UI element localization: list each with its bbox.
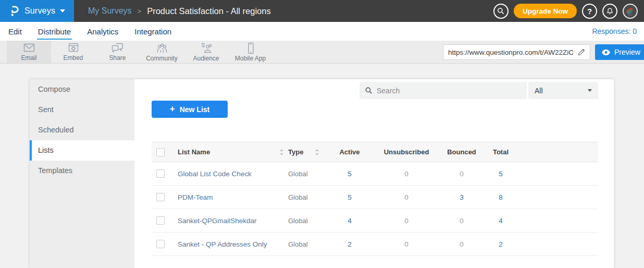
active-count[interactable]: 5 — [324, 186, 376, 209]
total-count[interactable]: 8 — [486, 186, 515, 209]
bounced-count: 0 — [437, 233, 486, 256]
channel-mobile-app[interactable]: Mobile App — [228, 41, 273, 63]
channel-label: Community — [146, 55, 178, 62]
select-all-checkbox[interactable] — [156, 148, 165, 156]
column-list-name[interactable]: List Name — [178, 148, 210, 156]
list-type: Global — [288, 186, 324, 209]
new-list-button[interactable]: + New List — [152, 101, 228, 118]
active-count[interactable]: 2 — [324, 233, 376, 256]
channel-share[interactable]: Share — [95, 41, 140, 63]
channel-label: Audience — [193, 55, 219, 62]
question-mark-icon: ? — [587, 7, 592, 16]
email-lists-table: List Name Type — [152, 142, 598, 256]
list-name-link[interactable]: Global List Code Check — [178, 162, 288, 186]
list-type: Global — [288, 162, 324, 186]
total-count[interactable]: 5 — [486, 162, 515, 186]
sidebar-item-sent[interactable]: Sent — [30, 100, 134, 120]
questionpro-app: Surveys My Surveys > Product Satisfactio… — [0, 0, 644, 268]
notifications-button[interactable] — [602, 4, 617, 19]
survey-url-input[interactable] — [443, 44, 590, 60]
table-row: Global List Code Check Global 5 0 0 5 — [152, 162, 598, 186]
product-switcher[interactable]: Surveys — [0, 0, 74, 22]
embed-icon — [67, 42, 80, 54]
edit-url-button[interactable] — [575, 46, 588, 58]
channel-embed[interactable]: Embed — [51, 41, 95, 63]
distribute-toolbar: Email Embed Share Co — [0, 41, 644, 64]
row-checkbox[interactable] — [156, 193, 165, 201]
list-search-box — [360, 82, 527, 99]
bounced-count[interactable]: 3 — [437, 186, 486, 209]
list-name-link[interactable]: PDM-Team — [178, 186, 288, 209]
unsubscribed-count: 0 — [376, 233, 437, 256]
list-filter-dropdown[interactable]: All — [528, 82, 598, 99]
survey-nav: Edit Distribute Analytics Integration Re… — [0, 22, 644, 41]
list-type: Global — [288, 209, 324, 233]
table-header-row: List Name Type — [152, 142, 598, 162]
search-icon — [497, 7, 505, 15]
account-avatar[interactable] — [623, 4, 638, 19]
channel-label: Embed — [63, 54, 83, 62]
channel-audience[interactable]: Audience — [184, 41, 228, 63]
column-total: Total — [486, 142, 515, 162]
sidebar-item-compose[interactable]: Compose — [30, 79, 134, 100]
top-header: Surveys My Surveys > Product Satisfactio… — [0, 0, 644, 22]
search-icon — [365, 87, 373, 94]
page-background: Compose Sent Scheduled Lists Templates A… — [0, 64, 644, 268]
header-actions: Upgrade Now ? — [493, 4, 644, 19]
chevron-down-icon — [60, 9, 65, 13]
tab-distribute[interactable]: Distribute — [37, 23, 72, 40]
email-icon — [22, 42, 36, 54]
channel-label: Email — [21, 54, 36, 62]
bounced-count: 0 — [437, 209, 486, 233]
questionpro-logo-icon — [9, 5, 20, 17]
active-count[interactable]: 4 — [324, 209, 376, 233]
sidebar-item-scheduled[interactable]: Scheduled — [30, 120, 134, 140]
column-bounced: Bounced — [437, 142, 486, 162]
survey-url-group — [443, 44, 590, 60]
sort-icon[interactable] — [315, 149, 319, 156]
list-search-input[interactable] — [377, 87, 522, 95]
row-checkbox[interactable] — [156, 240, 165, 248]
list-name-link[interactable]: Sanket - QP Addresses Only — [178, 233, 288, 256]
total-count[interactable]: 4 — [486, 209, 515, 233]
breadcrumb-current-survey: Product Satisfaction - All regions — [147, 6, 271, 16]
audience-icon — [200, 42, 213, 54]
share-icon — [111, 42, 124, 54]
global-search-button[interactable] — [493, 4, 509, 19]
row-checkbox[interactable] — [156, 216, 165, 225]
sort-icon[interactable] — [279, 149, 284, 156]
upgrade-button[interactable]: Upgrade Now — [514, 4, 577, 18]
bell-icon — [606, 7, 614, 15]
unsubscribed-count: 0 — [376, 186, 437, 209]
column-type[interactable]: Type — [288, 148, 303, 156]
chevron-down-icon — [588, 89, 592, 92]
sidebar-item-lists[interactable]: Lists — [30, 140, 134, 161]
pencil-icon — [577, 48, 586, 56]
channel-community[interactable]: Community — [140, 41, 184, 63]
lists-content: All + New List — [134, 79, 614, 268]
row-checkbox[interactable] — [156, 169, 165, 178]
tab-edit[interactable]: Edit — [7, 23, 23, 40]
table-row: PDM-Team Global 5 0 3 8 — [152, 186, 598, 209]
column-unsubscribed: Unsubscribed — [376, 142, 437, 162]
plus-icon: + — [170, 104, 175, 114]
new-list-label: New List — [180, 105, 210, 114]
active-count[interactable]: 5 — [324, 162, 376, 186]
table-row: Sanket-QPGmailShekdar Global 4 0 0 4 — [152, 209, 598, 233]
total-count[interactable]: 2 — [486, 233, 515, 256]
tab-analytics[interactable]: Analytics — [86, 23, 119, 40]
eye-icon — [601, 49, 611, 56]
tab-integration[interactable]: Integration — [133, 23, 172, 40]
list-name-link[interactable]: Sanket-QPGmailShekdar — [178, 209, 288, 233]
avatar-rainbow-icon — [624, 5, 637, 18]
channel-email[interactable]: Email — [7, 41, 51, 63]
mobile-app-icon — [244, 42, 257, 54]
help-button[interactable]: ? — [582, 4, 597, 19]
preview-label: Preview — [614, 48, 640, 56]
list-type: Global — [288, 233, 324, 256]
breadcrumb-my-surveys[interactable]: My Surveys — [88, 6, 132, 16]
responses-count: Responses: 0 — [592, 27, 637, 35]
sidebar-item-templates[interactable]: Templates — [30, 161, 134, 181]
preview-button[interactable]: Preview — [595, 44, 644, 60]
unsubscribed-count: 0 — [376, 209, 437, 233]
